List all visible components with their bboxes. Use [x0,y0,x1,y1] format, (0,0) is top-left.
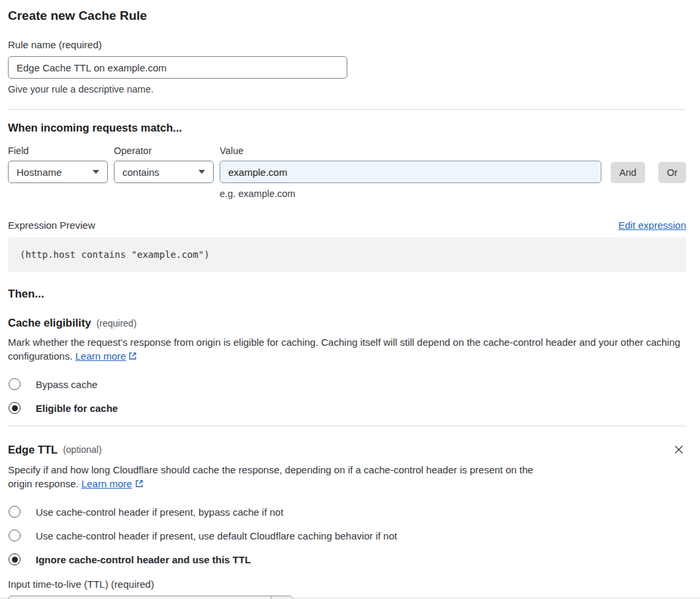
radio-eligible-for-cache[interactable]: Eligible for cache [8,402,686,414]
value-input[interactable] [220,161,601,183]
chevron-down-icon [198,170,205,174]
match-heading: When incoming requests match... [8,122,686,134]
radio-ignore-header-use-ttl[interactable]: Ignore cache-control header and use this… [8,553,686,565]
divider [0,598,700,598]
radio-use-header-bypass[interactable]: Use cache-control header if present, byp… [8,506,686,518]
expression-preview-label: Expression Preview [8,220,95,231]
close-icon[interactable] [672,442,686,457]
radio-icon [9,378,21,390]
radio-icon [9,506,21,518]
radio-label: Ignore cache-control header and use this… [36,554,251,565]
value-hint: e.g. example.com [220,188,601,199]
chevron-down-icon [93,170,99,174]
divider [8,109,686,110]
radio-label: Use cache-control header if present, byp… [36,506,283,518]
edit-expression-link[interactable]: Edit expression [618,220,686,231]
expression-preview-row: Expression Preview Edit expression [8,220,686,231]
edge-ttl-badge: (optional) [63,444,101,455]
edge-ttl-title: Edge TTL [8,444,58,456]
rule-name-input[interactable] [8,56,347,79]
edge-ttl-header: Edge TTL (optional) [8,442,686,457]
or-button[interactable]: Or [658,162,686,183]
radio-icon [9,553,21,565]
cache-eligibility-description: Mark whether the request’s response from… [8,335,686,363]
field-select[interactable]: Hostname [8,161,108,183]
ttl-label: Input time-to-live (TTL) (required) [8,579,154,590]
radio-bypass-cache[interactable]: Bypass cache [8,378,686,390]
page-title: Create new Cache Rule [8,9,686,23]
then-heading: Then... [8,288,686,301]
operator-select-value: contains [122,167,159,178]
learn-more-link[interactable]: Learn more [81,478,132,489]
rule-name-label: Rule name (required) [8,39,102,50]
divider [8,426,686,426]
radio-label: Use cache-control header if present, use… [36,530,397,541]
match-row: Field Hostname Operator contains Value e… [8,145,686,199]
learn-more-link[interactable]: Learn more [75,350,126,362]
cache-eligibility-header: Cache eligibility (required) [8,317,686,329]
external-link-icon [135,479,144,488]
radio-label: Eligible for cache [36,403,118,414]
operator-select[interactable]: contains [114,161,214,183]
cache-eligibility-options: Bypass cache Eligible for cache [8,378,686,414]
external-link-icon [128,352,137,360]
cache-eligibility-badge: (required) [97,318,137,329]
radio-use-header-default[interactable]: Use cache-control header if present, use… [8,530,686,541]
radio-label: Bypass cache [36,379,97,390]
ttl-block: Input time-to-live (TTL) (required) 1 da… [8,579,686,599]
cache-eligibility-title: Cache eligibility [8,317,91,329]
radio-icon [9,530,21,541]
field-label: Field [8,145,108,156]
edge-ttl-description: Specify if and how long Cloudflare shoul… [8,463,557,491]
value-label: Value [220,145,601,156]
and-button[interactable]: And [611,162,645,183]
rule-name-block: Rule name (required) Give your rule a de… [8,39,686,95]
rule-name-hint: Give your rule a descriptive name. [8,84,686,95]
radio-icon [9,402,21,414]
expression-code: (http.host contains "example.com") [8,237,686,272]
edge-ttl-options: Use cache-control header if present, byp… [8,506,686,565]
operator-label: Operator [114,145,214,156]
field-select-value: Hostname [17,167,62,178]
